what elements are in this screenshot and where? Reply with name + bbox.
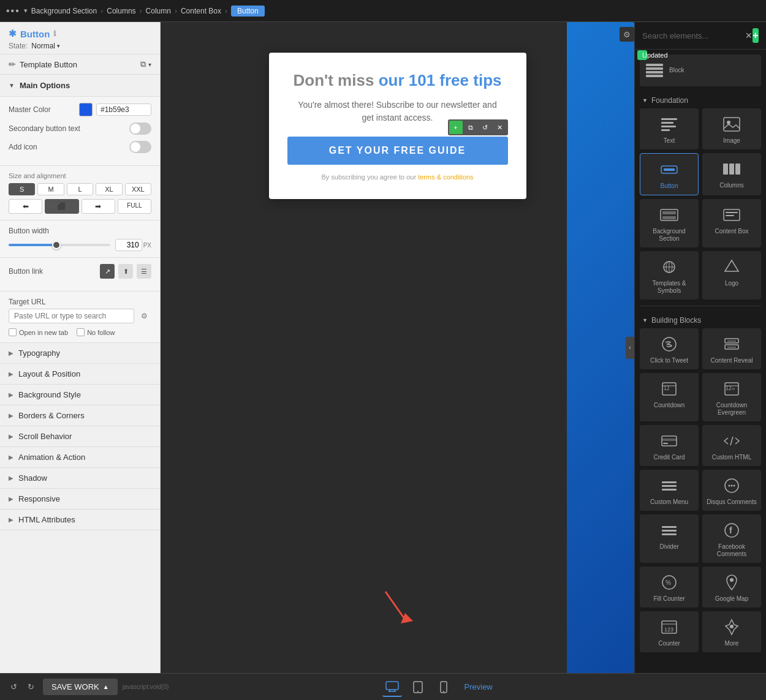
save-work-btn[interactable]: SAVE WORK ▲ — [43, 679, 118, 695]
element-logo[interactable]: Logo — [702, 251, 761, 299]
layout-position-section[interactable]: ▶ Layout & Position — [0, 364, 160, 385]
element-text[interactable]: Text — [640, 108, 699, 149]
add-element-btn[interactable]: + — [753, 28, 759, 43]
btn-toolbar-copy[interactable]: ⧉ — [464, 121, 477, 134]
size-btn-m[interactable]: M — [37, 183, 64, 195]
element-countdown-evergreen[interactable]: 12 ∞ Countdown Evergreen — [702, 373, 761, 421]
scroll-behavior-section[interactable]: ▶ Scroll Behavior — [0, 426, 160, 447]
size-btn-xl[interactable]: XL — [96, 183, 122, 195]
align-full-btn[interactable]: FULL — [118, 199, 151, 214]
size-btn-s[interactable]: S — [9, 183, 35, 195]
facebook-icon: f — [724, 521, 740, 540]
svg-rect-46 — [662, 489, 677, 491]
align-left-btn[interactable]: ⬅ — [9, 199, 42, 214]
borders-corners-section[interactable]: ▶ Borders & Corners — [0, 405, 160, 426]
url-settings-btn[interactable]: ⚙ — [137, 309, 151, 323]
link-upload-btn[interactable]: ⬆ — [118, 264, 133, 279]
add-icon-toggle[interactable] — [129, 141, 151, 153]
undo-btn[interactable]: ↺ — [6, 680, 21, 694]
svg-rect-3 — [646, 67, 663, 70]
element-bg-section[interactable]: Background Section — [640, 199, 699, 247]
content-reveal-icon — [723, 334, 740, 354]
link-db-btn[interactable]: ☰ — [137, 264, 151, 279]
state-label: State: — [9, 42, 28, 50]
breadcrumb-content-box[interactable]: Content Box — [181, 7, 221, 15]
preview-btn[interactable]: Preview — [460, 680, 498, 694]
element-google-map[interactable]: Google Map — [702, 566, 761, 608]
template-copy-btn[interactable]: ⧉ ▾ — [140, 59, 151, 69]
breadcrumb-button-active[interactable]: Button — [231, 6, 265, 17]
animation-action-section[interactable]: ▶ Animation & Action — [0, 447, 160, 468]
btn-toolbar-delete[interactable]: ✕ — [493, 121, 507, 134]
foundation-section-header[interactable]: ▼ Foundation — [640, 91, 761, 108]
redo-btn[interactable]: ↻ — [23, 680, 38, 694]
button-width-input[interactable] — [115, 239, 142, 251]
html-attributes-section[interactable]: ▶ HTML Attributes — [0, 510, 160, 530]
element-image[interactable]: Image — [702, 108, 761, 149]
device-mobile-btn[interactable] — [434, 677, 453, 697]
element-content-reveal[interactable]: Content Reveal — [702, 328, 761, 369]
element-counter[interactable]: 123 Counter — [640, 611, 699, 652]
breadcrumb-columns[interactable]: Columns — [107, 7, 135, 15]
button-icon — [660, 160, 678, 179]
color-swatch[interactable] — [79, 103, 93, 116]
open-new-tab-checkbox[interactable]: Open in new tab — [9, 328, 68, 336]
device-desktop-btn[interactable] — [382, 677, 402, 697]
cta-button[interactable]: GET YOUR FREE GUIDE — [287, 137, 508, 165]
responsive-section[interactable]: ▶ Responsive — [0, 489, 160, 510]
svg-marker-27 — [725, 260, 738, 271]
logo-label: Logo — [725, 280, 738, 287]
element-content-box[interactable]: Content Box — [702, 199, 761, 247]
link-go-btn[interactable]: ↗ — [100, 264, 115, 279]
slider-thumb[interactable] — [52, 241, 61, 249]
right-panel-toggle[interactable]: ‹ — [626, 337, 634, 359]
shadow-section[interactable]: ▶ Shadow — [0, 468, 160, 489]
size-btn-l[interactable]: L — [67, 183, 93, 195]
element-fill-counter[interactable]: % Fill Counter — [640, 566, 699, 608]
device-tablet-btn[interactable] — [408, 677, 428, 697]
element-disqus[interactable]: Disqus Comments — [702, 470, 761, 511]
background-style-section[interactable]: ▶ Background Style — [0, 385, 160, 405]
size-btn-xxl[interactable]: XXL — [125, 183, 151, 195]
slider-value-input[interactable]: PX — [115, 239, 151, 251]
state-select[interactable]: Normal ▾ — [31, 42, 60, 50]
element-countdown[interactable]: 12 Countdown — [640, 373, 699, 421]
menu-dots[interactable]: ••• — [6, 6, 20, 17]
building-blocks-section-header[interactable]: ▼ Building Blocks — [640, 311, 761, 328]
master-color-control[interactable]: #1b59e3 — [79, 103, 151, 116]
button-width-slider-row: PX — [9, 239, 151, 251]
disclaimer-link[interactable]: terms & conditions — [418, 173, 473, 181]
btn-toolbar-add[interactable]: + — [449, 121, 463, 134]
canvas-settings-btn[interactable]: ⚙ — [620, 27, 634, 42]
close-panel-btn[interactable]: ✕ — [745, 31, 753, 40]
element-templates[interactable]: Templates & Symbols — [640, 251, 699, 299]
breadcrumb-background-section[interactable]: Background Section — [31, 7, 97, 15]
element-facebook[interactable]: f Facebook Comments — [702, 514, 761, 563]
align-buttons: ⬅ ⬛ ➡ FULL — [9, 199, 151, 214]
url-input-field[interactable] — [9, 309, 134, 323]
element-button[interactable]: Button — [640, 153, 699, 195]
svg-rect-7 — [661, 122, 673, 124]
element-click-to-tweet[interactable]: Click to Tweet — [640, 328, 699, 369]
element-credit-card[interactable]: Credit Card — [640, 425, 699, 466]
element-columns[interactable]: Columns — [702, 153, 761, 195]
btn-toolbar-refresh[interactable]: ↺ — [479, 121, 492, 134]
tweet-label: Click to Tweet — [650, 357, 688, 364]
breadcrumb-column[interactable]: Column — [146, 7, 171, 15]
block-card[interactable]: Block — [640, 55, 761, 86]
align-center-btn[interactable]: ⬛ — [45, 199, 78, 214]
typography-section[interactable]: ▶ Typography — [0, 343, 160, 364]
search-elements-input[interactable] — [642, 31, 745, 40]
element-custom-menu[interactable]: Custom Menu — [640, 470, 699, 511]
element-more[interactable]: More — [702, 611, 761, 652]
main-options-section-header[interactable]: ▼ Main Options — [0, 75, 160, 97]
element-divider[interactable]: Divider — [640, 514, 699, 563]
element-custom-html[interactable]: Custom HTML — [702, 425, 761, 466]
no-follow-checkbox[interactable]: No follow — [77, 328, 115, 336]
dropdown-arrow[interactable]: ▾ — [24, 7, 28, 15]
updated-badge: Updated — [637, 50, 647, 60]
align-right-btn[interactable]: ➡ — [82, 199, 115, 214]
secondary-button-toggle[interactable] — [129, 122, 151, 135]
info-icon[interactable]: ℹ — [53, 29, 56, 38]
red-arrow-container — [373, 585, 422, 636]
